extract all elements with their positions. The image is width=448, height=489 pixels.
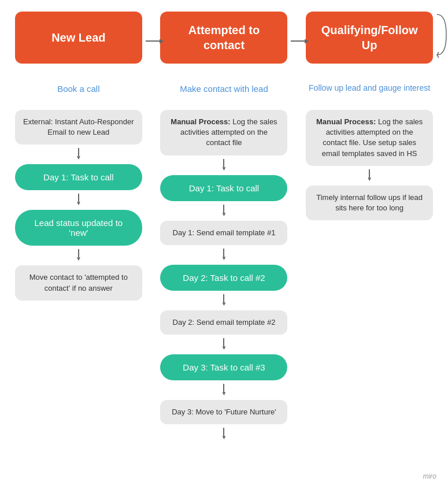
attempted-item-5: Day 2: Send email template #2	[160, 310, 287, 335]
arrow-col1-to-col2: ▶	[146, 38, 164, 44]
new-lead-item-3-text: Lead status updated to 'new'	[35, 218, 123, 238]
qualifying-item-1-text: Manual Process: Log the sales activities…	[316, 117, 423, 158]
attempted-item-3-text: Day 1: Send email template #1	[173, 228, 276, 237]
header-new-lead-text: New Lead	[51, 30, 105, 45]
attempted-item-5-text: Day 2: Send email template #2	[173, 318, 276, 327]
new-lead-item-4-text: Move contact to 'attempted to contact' i…	[29, 273, 128, 292]
curve-arrow-icon	[436, 12, 447, 58]
attempted-item-1: Manual Process: Log the sales activities…	[160, 110, 287, 155]
subtitle-attempted-contact: Make contact with lead	[180, 74, 268, 103]
arrow-a2	[221, 205, 227, 217]
arrow-3	[76, 249, 82, 262]
arrow-line	[146, 40, 161, 42]
header-qualifying-text: Qualifying/Follow Up	[317, 23, 421, 53]
arrow-a5	[221, 338, 227, 351]
arrow-head-2: ▶	[305, 38, 309, 44]
new-lead-item-2-text: Day 1: Task to call	[43, 172, 113, 182]
arrow-2	[76, 194, 82, 206]
header-attempted-contact-text: Attempted to contact	[172, 23, 276, 53]
arrow-q1	[366, 169, 372, 182]
qualifying-item-2: Timely internal follow ups if lead sits …	[306, 186, 433, 220]
new-lead-item-4: Move contact to 'attempted to contact' i…	[15, 265, 142, 300]
arrow-1	[76, 148, 82, 161]
new-lead-item-1-text: External: Instant Auto-Responder Email t…	[23, 117, 134, 136]
arrow-col2-to-col3: ▶	[291, 38, 309, 44]
header-attempted-contact: Attempted to contact	[160, 12, 287, 64]
subtitle-new-lead: Book a call	[57, 74, 99, 103]
new-lead-item-3: Lead status updated to 'new'	[15, 210, 142, 246]
header-new-lead: New Lead	[15, 12, 142, 64]
arrow-a6	[221, 384, 227, 397]
attempted-item-7-text: Day 3: Move to 'Future Nurture'	[172, 408, 276, 416]
arrow-a1	[221, 159, 227, 172]
attempted-item-7: Day 3: Move to 'Future Nurture'	[160, 400, 287, 424]
qualifying-item-1: Manual Process: Log the sales activities…	[306, 110, 433, 166]
attempted-item-2: Day 1: Task to call	[160, 175, 287, 201]
new-lead-item-1: External: Instant Auto-Responder Email t…	[15, 110, 142, 145]
attempted-item-1-text: Manual Process: Log the sales activities…	[171, 117, 277, 147]
attempted-item-3: Day 1: Send email template #1	[160, 221, 287, 245]
header-qualifying: Qualifying/Follow Up	[306, 12, 433, 64]
new-lead-item-2: Day 1: Task to call	[15, 164, 142, 190]
arrow-line-2	[291, 40, 306, 42]
flowchart-columns: New Lead ▶ Book a call External: Instant…	[6, 12, 442, 444]
arrow-a7	[221, 428, 227, 440]
subtitle-qualifying: Follow up lead and gauge interest	[309, 74, 430, 103]
subtitle-qualifying-text: Follow up lead and gauge interest	[309, 83, 430, 94]
attempted-item-6-text: Day 3: Task to call #3	[183, 362, 265, 372]
miro-watermark: miro	[423, 472, 436, 480]
arrow-head: ▶	[160, 38, 164, 44]
attempted-item-4-text: Day 2: Task to call #2	[183, 273, 265, 283]
column-attempted-contact: Attempted to contact ▶ Make contact with…	[154, 12, 293, 444]
attempted-item-4: Day 2: Task to call #2	[160, 265, 287, 291]
watermark-text: miro	[423, 472, 436, 480]
column-new-lead: New Lead ▶ Book a call External: Instant…	[9, 12, 148, 301]
canvas: New Lead ▶ Book a call External: Instant…	[0, 0, 448, 489]
column-qualifying: Qualifying/Follow Up Follow up lead and …	[300, 12, 439, 220]
arrow-a4	[221, 294, 227, 307]
attempted-item-6: Day 3: Task to call #3	[160, 354, 287, 380]
arrow-a3	[221, 249, 227, 261]
attempted-item-2-text: Day 1: Task to call	[189, 183, 259, 193]
qualifying-item-2-text: Timely internal follow ups if lead sits …	[316, 193, 423, 212]
